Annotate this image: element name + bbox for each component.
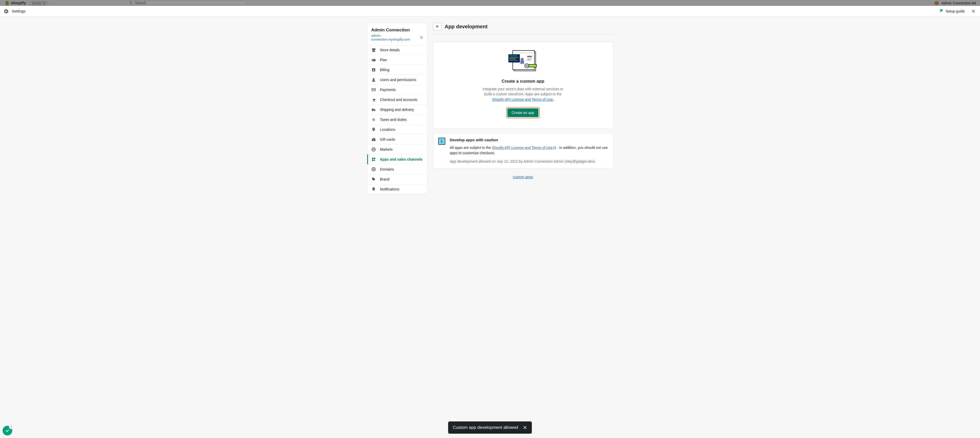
close-button[interactable] <box>970 8 977 14</box>
svg-point-11 <box>372 110 373 111</box>
create-app-illustration <box>506 49 539 75</box>
svg-point-3 <box>372 60 373 61</box>
taxes-icon: % <box>371 117 376 122</box>
svg-rect-22 <box>372 160 373 161</box>
sidebar-item-label: Domains <box>380 167 394 171</box>
caution-icon: i <box>438 138 445 145</box>
setup-guide-label: Setup guide <box>945 9 965 13</box>
locations-icon <box>371 127 376 132</box>
sidebar-item-label: Locations <box>380 127 395 132</box>
flag-icon <box>939 9 944 13</box>
modal-backdrop <box>0 0 980 6</box>
svg-rect-20 <box>372 158 373 159</box>
main-content: App development <box>433 23 613 438</box>
giftcards-icon <box>371 137 376 142</box>
payments-icon <box>371 87 376 92</box>
caution-terms-link[interactable]: Shopify API License and Terms of Use <box>492 146 556 150</box>
notifications-icon <box>371 187 376 192</box>
caution-heading: Develop apps with caution <box>450 138 608 142</box>
sidebar-item-billing[interactable]: $Billing <box>367 65 427 75</box>
sidebar-item-apps[interactable]: Apps and sales channels <box>367 154 427 164</box>
toast-close-button[interactable] <box>523 425 527 430</box>
sidebar-item-users[interactable]: Users and permissions <box>367 75 427 85</box>
svg-rect-21 <box>374 158 375 159</box>
gear-icon <box>3 9 9 14</box>
svg-point-10 <box>374 101 375 102</box>
store-info: Admin Connection admin-connection.myshop… <box>367 23 427 45</box>
back-button[interactable] <box>433 23 442 30</box>
sidebar-item-markets[interactable]: Markets <box>367 144 427 154</box>
billing-icon: $ <box>371 68 376 72</box>
store-url-link[interactable]: admin-connection.myshopify.com <box>371 34 423 41</box>
sidebar-item-label: Gift cards <box>380 137 395 141</box>
check-icon <box>5 428 10 433</box>
apps-icon <box>371 157 376 162</box>
create-app-card: Create a custom app Integrate your store… <box>433 42 613 129</box>
settings-overlay: Settings Setup guide Admin Connection ad… <box>0 6 980 438</box>
markets-icon <box>371 147 376 152</box>
sidebar-item-label: Billing <box>380 68 390 72</box>
sidebar-item-store[interactable]: Store details <box>367 45 427 55</box>
sidebar-item-plan[interactable]: Plan <box>367 55 427 65</box>
sidebar-item-notifications[interactable]: Notifications <box>367 184 427 194</box>
sidebar-item-giftcards[interactable]: Gift cards <box>367 134 427 144</box>
svg-text:%: % <box>372 119 374 121</box>
external-link-icon <box>553 146 556 149</box>
sidebar-item-label: Markets <box>380 148 393 151</box>
settings-sidebar: Admin Connection admin-connection.myshop… <box>367 23 427 194</box>
create-description: Integrate your store's data with externa… <box>479 86 566 102</box>
store-url-text: admin-connection.myshopify.com <box>371 34 419 41</box>
custom-apps-link[interactable]: custom apps <box>513 175 533 179</box>
svg-point-12 <box>374 110 375 111</box>
api-terms-link[interactable]: Shopify API License and Terms of Use. <box>492 97 554 102</box>
create-app-button[interactable]: Create an app <box>508 108 539 117</box>
footer-learn-more: custom apps <box>433 175 613 179</box>
checkout-icon <box>371 97 376 102</box>
close-icon <box>523 425 527 430</box>
domains-icon <box>371 167 376 171</box>
sidebar-item-brand[interactable]: Brand <box>367 174 427 184</box>
settings-header: Settings Setup guide <box>0 6 980 17</box>
sidebar-item-checkout[interactable]: Checkout and accounts <box>367 95 427 105</box>
sidebar-item-label: Users and permissions <box>380 78 416 82</box>
svg-rect-41 <box>529 65 536 67</box>
users-icon <box>371 78 376 82</box>
brand-icon <box>371 177 376 181</box>
create-heading: Create a custom app <box>443 79 603 84</box>
sidebar-item-shipping[interactable]: Shipping and delivery <box>367 105 427 114</box>
svg-point-39 <box>525 64 529 68</box>
sidebar-item-payments[interactable]: Payments <box>367 85 427 95</box>
svg-rect-26 <box>514 52 533 54</box>
page-title: App development <box>445 24 488 30</box>
help-fab[interactable]: 7 <box>3 426 12 435</box>
sidebar-item-taxes[interactable]: %Taxes and duties <box>367 114 427 124</box>
sidebar-item-label: Payments <box>380 88 396 92</box>
fab-badge: 7 <box>9 424 14 429</box>
plan-icon <box>371 58 376 62</box>
shipping-icon <box>371 107 376 112</box>
overlay-title: Settings <box>12 9 25 13</box>
arrow-left-icon <box>435 24 439 29</box>
svg-point-9 <box>372 101 373 102</box>
page-header: App development <box>433 23 613 35</box>
toast: Custom app development allowed <box>448 421 532 434</box>
store-icon <box>371 48 376 52</box>
sidebar-item-label: Brand <box>380 177 390 181</box>
store-name: Admin Connection <box>371 27 423 33</box>
sidebar-item-label: Apps and sales channels <box>380 157 423 161</box>
caution-card: i Develop apps with caution All apps are… <box>433 133 613 169</box>
sidebar-item-label: Store details <box>380 48 400 52</box>
sidebar-item-locations[interactable]: Locations <box>367 124 427 134</box>
sidebar-item-domains[interactable]: Domains <box>367 164 427 174</box>
caution-text: All apps are subject to the Shopify API … <box>450 145 608 156</box>
sidebar-item-label: Shipping and delivery <box>380 108 414 112</box>
settings-body: Admin Connection admin-connection.myshop… <box>0 17 980 438</box>
svg-point-34 <box>522 59 523 60</box>
external-link-icon <box>420 36 423 39</box>
setup-guide-link[interactable]: Setup guide <box>939 9 965 13</box>
create-desc-text: Integrate your store's data with externa… <box>483 87 563 96</box>
toast-message: Custom app development allowed <box>453 425 518 430</box>
close-icon <box>971 9 976 14</box>
sidebar-item-label: Checkout and accounts <box>380 98 417 102</box>
svg-point-6 <box>372 78 374 80</box>
